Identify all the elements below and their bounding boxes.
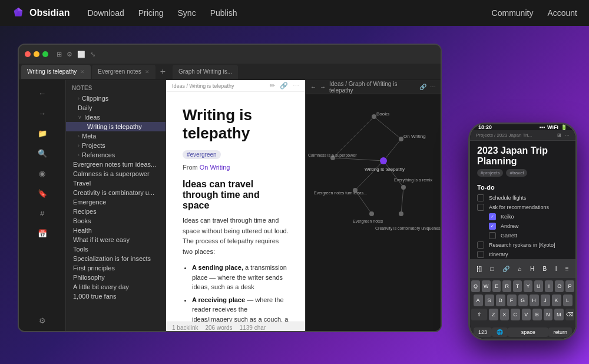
key-Q[interactable]: Q	[471, 280, 480, 292]
tree-item-evergreen[interactable]: Evergreen notes turn ideas...	[66, 160, 166, 169]
calendar-icon[interactable]: 📅	[34, 225, 51, 241]
tags-icon[interactable]: #	[34, 205, 51, 221]
nav-account[interactable]: Account	[547, 8, 577, 18]
tree-item-meta[interactable]: ›Meta	[66, 131, 166, 141]
kb-tool-3[interactable]: 🔗	[500, 264, 512, 273]
graph-canvas[interactable]: Books On Writing Calmness is a superpowe…	[306, 94, 441, 332]
back-graph-icon[interactable]: ←	[310, 84, 316, 90]
tree-item-health[interactable]: Health	[66, 226, 166, 235]
key-C[interactable]: C	[511, 309, 519, 320]
key-W[interactable]: W	[482, 280, 491, 292]
nav-pricing[interactable]: Pricing	[138, 8, 164, 18]
tree-item-first-principles[interactable]: First principles	[66, 263, 166, 273]
key-M[interactable]: M	[554, 309, 563, 320]
key-A[interactable]: A	[474, 294, 483, 306]
kb-tool-4[interactable]: ⌂	[515, 264, 524, 273]
nav-download[interactable]: Download	[87, 8, 124, 18]
note-editor[interactable]: Writing is telepathy #evergreen From On …	[166, 92, 305, 322]
key-globe[interactable]: 🌐	[492, 327, 508, 337]
tree-item-emergence[interactable]: Emergence	[66, 197, 166, 207]
nav-sync[interactable]: Sync	[178, 8, 196, 18]
todo-andrew[interactable]: ✓ Andrew	[470, 221, 575, 231]
key-shift[interactable]: ⇧	[471, 309, 487, 320]
tab-close-icon[interactable]: ✕	[80, 69, 85, 75]
key-P[interactable]: P	[565, 280, 574, 292]
kb-tool-1[interactable]: [{]	[474, 264, 484, 273]
bookmarks-icon[interactable]: 🔖	[34, 185, 51, 201]
graph-more-icon[interactable]: ⋯	[430, 84, 436, 90]
todo-research-ryokans[interactable]: Research ryokans in [Kyoto]	[470, 240, 575, 250]
todo-checkbox-7[interactable]	[477, 251, 484, 258]
key-B[interactable]: B	[532, 309, 541, 320]
tab-evergreen-notes[interactable]: Evergreen notes ✕	[92, 65, 155, 79]
graph-link-icon[interactable]: 🔗	[419, 84, 426, 90]
key-Z[interactable]: Z	[489, 309, 498, 320]
tree-item-references[interactable]: ›References	[66, 150, 166, 160]
files-icon[interactable]: 📁	[34, 125, 51, 141]
tree-item-a-little-bit[interactable]: A little bit every day	[66, 282, 166, 292]
tree-item-1000-fans[interactable]: 1,000 true fans	[66, 292, 166, 301]
tree-item-recipes[interactable]: Recipes	[66, 207, 166, 216]
phone-keyboard[interactable]: [{] □ 🔗 ⌂ H B I ≡ Q W E	[470, 259, 575, 339]
key-H[interactable]: H	[530, 294, 539, 306]
todo-keiko[interactable]: ✓ Keiko	[470, 212, 575, 221]
link-icon[interactable]: 🔗	[280, 82, 288, 90]
key-S[interactable]: S	[485, 294, 494, 306]
todo-checkbox-6[interactable]	[477, 241, 484, 249]
key-R[interactable]: R	[502, 280, 511, 292]
settings-sidebar-icon[interactable]: ⚙	[34, 312, 51, 329]
nav-community[interactable]: Community	[492, 8, 534, 18]
tab-graph[interactable]: Graph of Writing is...	[173, 65, 238, 79]
key-delete[interactable]: ⌫	[565, 309, 574, 320]
forward-graph-icon[interactable]: →	[320, 84, 326, 90]
tree-item-travel[interactable]: Travel	[66, 178, 166, 188]
expand-icon[interactable]: ⤡	[90, 51, 95, 58]
graph-icon[interactable]: ◉	[34, 165, 51, 181]
note-from-link[interactable]: On Writing	[200, 164, 230, 171]
traffic-light-yellow[interactable]	[34, 51, 39, 57]
search-icon[interactable]: 🔍	[34, 145, 51, 161]
tree-item-clippings[interactable]: ›Clippings	[66, 94, 166, 103]
todo-checkbox-3[interactable]: ✓	[489, 213, 496, 220]
kb-tool-2[interactable]: □	[488, 264, 497, 273]
edit-icon[interactable]: ✏	[270, 82, 275, 90]
todo-itinerary[interactable]: Itinerary	[470, 250, 575, 259]
kb-tool-H[interactable]: H	[528, 264, 537, 273]
settings-icon[interactable]: ⚙	[67, 51, 72, 58]
forward-icon[interactable]: →	[34, 105, 51, 121]
tree-item-books[interactable]: Books	[66, 216, 166, 226]
tree-item-tools[interactable]: Tools	[66, 244, 166, 254]
key-N[interactable]: N	[544, 309, 552, 320]
key-G[interactable]: G	[518, 294, 528, 306]
phone-nav-icon-2[interactable]: ⋯	[565, 133, 570, 138]
todo-ask-recommendations[interactable]: Ask for recommendations	[470, 203, 575, 212]
key-I[interactable]: I	[545, 280, 554, 292]
key-K[interactable]: K	[552, 294, 561, 306]
key-F[interactable]: F	[507, 294, 517, 306]
key-E[interactable]: E	[492, 280, 501, 292]
kb-tool-I[interactable]: I	[553, 264, 560, 273]
todo-checkbox-1[interactable]	[477, 194, 484, 201]
tree-item-calmness[interactable]: Calmness is a superpower	[66, 169, 166, 178]
key-L[interactable]: L	[563, 294, 573, 306]
more-icon[interactable]: ⋯	[293, 82, 299, 90]
key-return[interactable]: return	[548, 327, 572, 337]
tree-item-what-if[interactable]: What if it were easy	[66, 235, 166, 244]
key-J[interactable]: J	[541, 294, 550, 306]
key-V[interactable]: V	[522, 309, 531, 320]
todo-garrett[interactable]: Garrett	[470, 231, 575, 240]
kb-tool-list[interactable]: ≡	[563, 264, 571, 273]
tree-item-creativity[interactable]: Creativity is combinatory u...	[66, 188, 166, 197]
traffic-light-green[interactable]	[42, 51, 48, 57]
tree-item-philosophy[interactable]: Philosophy	[66, 273, 166, 282]
key-X[interactable]: X	[500, 309, 509, 320]
phone-tag-travel[interactable]: #travel	[506, 169, 527, 177]
key-Y[interactable]: Y	[524, 280, 532, 292]
nav-publish[interactable]: Publish	[210, 8, 237, 18]
tree-item-projects[interactable]: ›Projects	[66, 141, 166, 150]
key-space[interactable]: space	[508, 327, 548, 337]
sidebar-toggle-icon[interactable]: ⊞	[57, 51, 62, 58]
todo-checkbox-5[interactable]	[489, 232, 496, 239]
key-123[interactable]: 123	[474, 327, 492, 337]
tab-add-button[interactable]: +	[157, 67, 169, 77]
